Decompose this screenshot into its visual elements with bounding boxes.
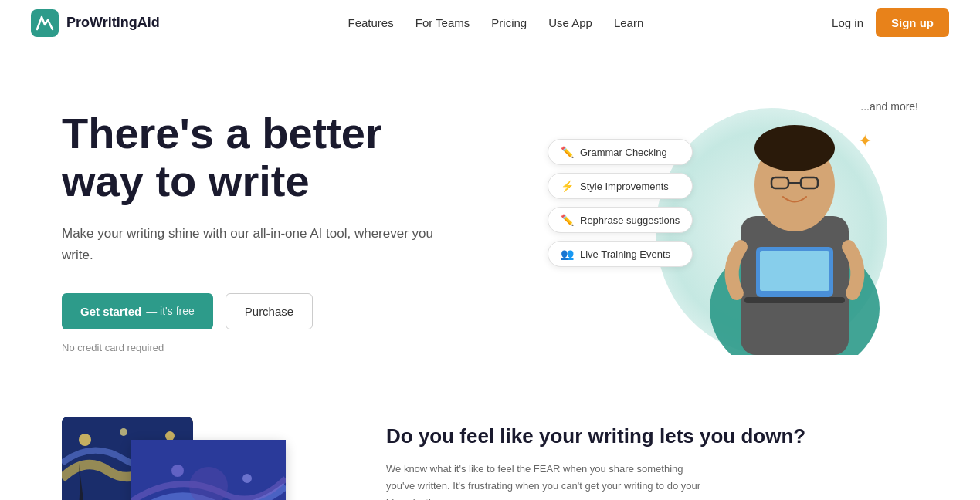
hero-buttons: Get started — it's free Purchase xyxy=(62,293,463,329)
svg-rect-9 xyxy=(760,251,829,291)
login-button[interactable]: Log in xyxy=(832,16,863,29)
grammar-icon: ✏️ xyxy=(561,146,574,158)
training-icon: 👥 xyxy=(561,248,574,260)
no-card-text: No credit card required xyxy=(62,342,463,353)
pill-style: ⚡ Style Improvements xyxy=(548,173,693,199)
nav-actions: Log in Sign up xyxy=(832,8,949,37)
logo-icon xyxy=(31,9,59,37)
section2-text: Do you feel like your writing lets you d… xyxy=(386,417,805,500)
feature-pills: ✏️ Grammar Checking ⚡ Style Improvements… xyxy=(548,139,693,267)
section2-body: We know what it's like to feel the FEAR … xyxy=(386,461,710,500)
signup-button[interactable]: Sign up xyxy=(876,8,949,37)
get-started-button[interactable]: Get started — it's free xyxy=(62,293,213,329)
svg-point-12 xyxy=(79,434,91,446)
style-icon: ⚡ xyxy=(561,180,574,192)
svg-point-13 xyxy=(120,428,127,436)
nav-links: Features For Teams Pricing Use App Learn xyxy=(348,16,644,30)
section2: My idea in my head Do you feel like your… xyxy=(0,401,980,500)
pill-training: 👥 Live Training Events xyxy=(548,241,693,267)
hero-left: There's a better way to write Make your … xyxy=(62,110,463,353)
second-card xyxy=(131,440,286,500)
svg-point-21 xyxy=(242,474,252,483)
svg-rect-10 xyxy=(744,297,845,303)
nav-link-learn[interactable]: Learn xyxy=(614,16,643,29)
nav-link-pricing[interactable]: Pricing xyxy=(491,16,527,29)
section2-title: Do you feel like your writing lets you d… xyxy=(386,424,805,448)
nav-link-for-teams[interactable]: For Teams xyxy=(415,16,470,29)
purchase-button[interactable]: Purchase xyxy=(226,293,313,329)
hero-title: There's a better way to write xyxy=(62,110,463,204)
pill-grammar: ✏️ Grammar Checking xyxy=(548,139,693,165)
navbar: ProWritingAid Features For Teams Pricing… xyxy=(0,0,980,46)
nav-link-features[interactable]: Features xyxy=(348,16,394,29)
rephrase-icon: ✏️ xyxy=(561,214,574,226)
logo[interactable]: ProWritingAid xyxy=(31,9,160,37)
nav-link-use-app[interactable]: Use App xyxy=(548,16,592,29)
hero-subtitle: Make your writing shine with our all-in-… xyxy=(62,223,463,265)
hero-person-image xyxy=(694,93,895,355)
svg-point-20 xyxy=(171,465,184,477)
logo-text: ProWritingAid xyxy=(66,15,160,31)
hero-section: There's a better way to write Make your … xyxy=(0,46,980,401)
cta-free-label: — it's free xyxy=(146,305,195,317)
svg-point-7 xyxy=(754,125,835,171)
hero-illustration: ...and more! ✦ xyxy=(548,93,918,370)
pill-rephrase: ✏️ Rephrase suggestions xyxy=(548,207,693,233)
